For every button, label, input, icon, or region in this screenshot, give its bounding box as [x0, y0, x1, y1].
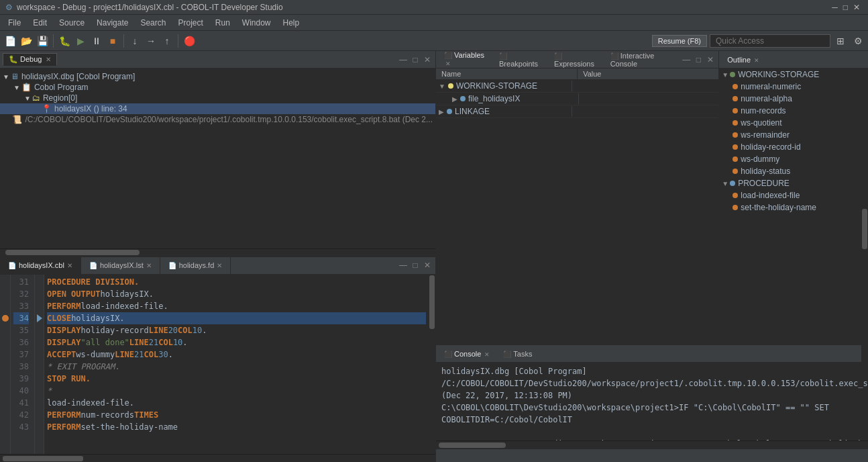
maximize-button[interactable]: □	[843, 3, 848, 12]
tab-close[interactable]: ✕	[67, 262, 72, 269]
editor-maximize-btn[interactable]: □	[410, 260, 421, 271]
menu-help[interactable]: Help	[278, 17, 305, 29]
vars-tab-variables[interactable]: ⬛ Variables ✕	[439, 51, 492, 70]
tab-close[interactable]: ✕	[217, 262, 222, 269]
tree-item-label: holidaysIX.dbg [Cobol Program]	[21, 72, 135, 81]
outline-item-load-indexed-file[interactable]: load-indexed-file	[719, 189, 868, 201]
perspective-button[interactable]: ⊞	[833, 34, 848, 48]
code-line-40: *	[47, 385, 426, 397]
debug-tab[interactable]: 🐛 Debug ✕	[3, 53, 57, 66]
tree-item-exec-script[interactable]: ▶ 📜 /C:/COBOL/COBOLIT/DevStudio200/works…	[0, 114, 435, 125]
vars-close-btn[interactable]: ✕	[705, 54, 716, 65]
editor-v-scrollbar[interactable]	[429, 275, 435, 455]
outline-label-nr: num-records	[741, 106, 785, 116]
expand-icon-ws: ▼	[722, 71, 728, 79]
var-item-file-holidaysIX[interactable]: ▶ file_holidaysIX	[436, 93, 718, 105]
console-line-2: C:\COBOL\COBOLIT\DevStudio200\workspace\…	[441, 402, 868, 426]
menu-navigate[interactable]: Navigate	[91, 17, 133, 29]
code-line-37: ACCEPT ws-dummy LINE 21 COL 30.	[47, 349, 426, 361]
debug-maximize-btn[interactable]: □	[410, 54, 421, 65]
tree-item-holidaysIX-dbg[interactable]: ▼ 🖥 holidaysIX.dbg [Cobol Program]	[0, 71, 435, 82]
tree-item-holidaysIX-line[interactable]: ▶ 📍 holidaysIX () line: 34	[0, 103, 435, 114]
hri-dot	[733, 144, 738, 150]
sep1	[53, 34, 54, 48]
console-tab-console[interactable]: ⬛ Console ✕	[439, 349, 495, 359]
open-button[interactable]: 📂	[19, 34, 34, 48]
editor-h-scrollbar[interactable]	[0, 454, 435, 462]
menu-source[interactable]: Source	[54, 17, 90, 29]
menu-run[interactable]: Run	[210, 17, 235, 29]
resume-button[interactable]: ▶	[73, 34, 88, 48]
breakpoint-button[interactable]: 🔴	[182, 34, 197, 48]
suspend-button[interactable]: ⏸	[89, 34, 104, 48]
var-item-linkage[interactable]: ▶ LINKAGE	[436, 105, 718, 118]
vars-tab-breakpoints[interactable]: ⬛ Breakpoints	[494, 51, 547, 69]
menu-window[interactable]: Window	[237, 17, 276, 29]
close-button[interactable]: ✕	[853, 3, 860, 12]
vars-tab-expressions[interactable]: ⬛ Expressions	[549, 51, 604, 69]
debug-tree: ▼ 🖥 holidaysIX.dbg [Cobol Program] ▼ 📋 C…	[0, 68, 435, 248]
menu-file[interactable]: File	[3, 17, 26, 29]
menu-edit[interactable]: Edit	[28, 17, 52, 29]
menu-search[interactable]: Search	[135, 17, 171, 29]
outline-item-holiday-record-id[interactable]: holiday-record-id	[719, 141, 868, 153]
code-line-39: STOP RUN.	[47, 373, 426, 385]
outline-item-numeral-numeric[interactable]: numeral-numeric	[719, 81, 868, 93]
console-h-scrollbar[interactable]	[436, 441, 868, 449]
outline-item-set-holiday-name[interactable]: set-the-holiday-name	[719, 201, 868, 214]
editor-tab-cbl[interactable]: 📄 holidaysIX.cbl ✕	[0, 257, 81, 274]
tree-item-cobol-program[interactable]: ▼ 📋 Cobol Program	[0, 82, 435, 93]
debug-close-btn[interactable]: ✕	[422, 54, 433, 65]
console-tab-tasks[interactable]: ⬛ Tasks	[498, 349, 537, 359]
step-return-button[interactable]: ↑	[160, 34, 174, 48]
region-icon: 🗂	[32, 93, 40, 103]
outline-item-working-storage[interactable]: ▼ WORKING-STORAGE	[719, 68, 868, 81]
expand-arrow: ▼	[13, 84, 20, 91]
lif-dot	[733, 193, 738, 198]
vars-tab-bar: ⬛ Variables ✕ ⬛ Breakpoints ⬛ Expression…	[436, 51, 718, 68]
outline-item-holiday-status[interactable]: holiday-status	[719, 165, 868, 177]
step-over-button[interactable]: →	[144, 34, 158, 48]
code-line-38: * EXIT PROGRAM.	[47, 361, 426, 373]
code-line-36: DISPLAY "all done" LINE 21 COL 10.	[47, 336, 426, 349]
vars-tab-icon: ⬛	[444, 52, 452, 59]
minimize-button[interactable]: ─	[832, 3, 838, 12]
outline-tab[interactable]: Outline ✕	[722, 54, 765, 65]
code-area[interactable]: PROCEDURE DIVISION. OPEN OUTPUT holidays…	[44, 275, 429, 455]
outline-label-proc: PROCEDURE	[738, 179, 790, 188]
step-into-button[interactable]: ↓	[127, 34, 142, 48]
outline-v-scrollbar[interactable]	[861, 208, 868, 344]
outline-item-procedure[interactable]: ▼ PROCEDURE	[719, 177, 868, 189]
tab-close[interactable]: ✕	[146, 262, 152, 269]
debug-minimize-btn[interactable]: —	[398, 54, 409, 65]
new-button[interactable]: 📄	[3, 34, 17, 48]
outline-item-ws-dummy[interactable]: ws-dummy	[719, 153, 868, 165]
resume-tooltip: Resume (F8)	[652, 35, 707, 47]
window-title: workspace - Debug - project1/holidaysIX.…	[17, 3, 283, 12]
outline-item-num-records[interactable]: num-records	[719, 105, 868, 117]
tree-item-label: Cobol Program	[34, 83, 89, 92]
editor-tab-lst[interactable]: 📄 holidaysIX.lst ✕	[81, 257, 160, 274]
editor-minimize-btn[interactable]: —	[398, 260, 409, 271]
settings-button[interactable]: ⚙	[851, 34, 865, 48]
tree-item-region0[interactable]: ▼ 🗂 Region[0]	[0, 93, 435, 103]
debug-button[interactable]: 🐛	[57, 34, 72, 48]
vars-maximize-btn[interactable]: □	[693, 54, 704, 65]
stop-button[interactable]: ■	[105, 34, 120, 48]
debug-h-scrollbar[interactable]	[0, 248, 435, 257]
editor-close-btn[interactable]: ✕	[422, 260, 433, 271]
vars-minimize-btn[interactable]: —	[681, 54, 692, 65]
vars-tree: ▼ WORKING-STORAGE ▶ file_holidaysIX	[436, 80, 718, 344]
outline-item-ws-remainder[interactable]: ws-remainder	[719, 129, 868, 141]
console-tab-bar: ⬛ Console ✕ ⬛ Tasks ■ ✕ 🗑 — □ ✕	[436, 345, 868, 363]
quick-access-input[interactable]	[710, 34, 830, 48]
wr-dot	[733, 132, 738, 138]
save-button[interactable]: 💾	[35, 34, 50, 48]
outline-item-ws-quotient[interactable]: ws-quotient	[719, 117, 868, 129]
menu-project[interactable]: Project	[172, 17, 208, 29]
var-item-working-storage[interactable]: ▼ WORKING-STORAGE	[436, 80, 718, 93]
outline-item-numeral-alpha[interactable]: numeral-alpha	[719, 93, 868, 105]
vars-tab-interactive-console[interactable]: ⬛ Interactive Console	[605, 51, 680, 69]
marker-32	[0, 288, 10, 300]
editor-tab-fd[interactable]: 📄 holidays.fd ✕	[160, 257, 231, 274]
